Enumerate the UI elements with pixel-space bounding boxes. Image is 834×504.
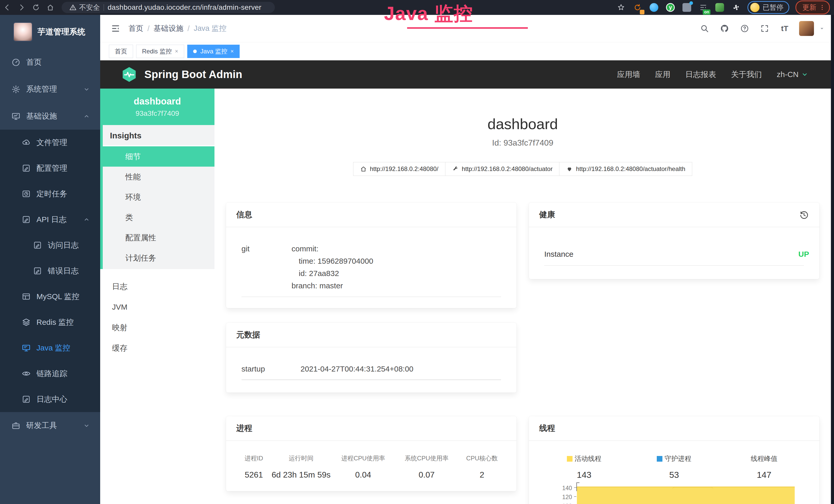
- instance-subtitle: Id: 93a3fc7f7409: [226, 138, 819, 147]
- git-id-line: id: 27aa832: [291, 267, 373, 280]
- extension-pin-icon[interactable]: [649, 2, 659, 13]
- sidebar-item-log-center[interactable]: 日志中心: [0, 386, 100, 412]
- sidebar-item-mysql-monitor[interactable]: MySQL 监控: [0, 284, 100, 310]
- address-bar[interactable]: 不安全 dashboard.yudao.iocoder.cn/infra/adm…: [62, 2, 275, 13]
- extension-y-icon[interactable]: y: [665, 2, 676, 13]
- chevron-up-icon: [83, 113, 90, 120]
- breadcrumb-infra[interactable]: 基础设施: [154, 23, 183, 33]
- sidebar-item-tracing[interactable]: 链路追踪: [0, 361, 100, 386]
- sidebar-item-file-manage[interactable]: 文件管理: [0, 130, 100, 155]
- sba-brand[interactable]: Spring Boot Admin: [144, 68, 242, 81]
- browser-update-button[interactable]: 更新: [795, 1, 830, 15]
- sba-menu-classes[interactable]: 类: [100, 207, 215, 228]
- sba-menu-mappings[interactable]: 映射: [100, 317, 215, 338]
- app-sidebar: 芋道管理系统 首页 系统管理 基础设施 文件管理 配置管理: [0, 15, 100, 504]
- sidebar-item-scheduled-jobs[interactable]: 定时任务: [0, 181, 100, 207]
- language-value: zh-CN: [777, 70, 798, 79]
- screen-icon: [22, 343, 31, 352]
- security-indicator[interactable]: 不安全: [69, 3, 100, 12]
- extension-sync-icon[interactable]: [632, 2, 643, 13]
- app-logo-image: [13, 22, 32, 41]
- sba-menu-config-props[interactable]: 配置属性: [100, 228, 215, 248]
- tab-redis-monitor[interactable]: Redis 监控 ×: [136, 45, 184, 58]
- sidebar-item-error-log[interactable]: 错误日志: [0, 258, 100, 284]
- sba-menu-jvm[interactable]: JVM: [100, 297, 215, 317]
- sba-nav-journal[interactable]: 日志报表: [685, 69, 716, 80]
- sidebar-item-system[interactable]: 系统管理: [0, 76, 100, 103]
- service-url-link[interactable]: http://192.168.0.2:48080/: [353, 162, 445, 176]
- sba-menu-scheduled-tasks[interactable]: 计划任务: [100, 248, 215, 268]
- sba-menu-metrics[interactable]: 性能: [100, 167, 215, 187]
- fullscreen-icon[interactable]: [759, 23, 770, 34]
- browser-window: 不安全 dashboard.yudao.iocoder.cn/infra/adm…: [0, 0, 834, 504]
- sba-insights-group: Insights 细节 性能 环境 类 配置属性 计划任务: [100, 125, 215, 269]
- tab-home[interactable]: 首页: [109, 45, 133, 58]
- url-text: dashboard.yudao.iocoder.cn/infra/admin-s…: [108, 3, 262, 12]
- search-icon[interactable]: [699, 23, 710, 34]
- extension-leaf-icon[interactable]: [715, 2, 725, 13]
- chevron-down-icon: [83, 422, 90, 429]
- bookmark-star-icon[interactable]: [616, 2, 626, 13]
- sba-menu-environment[interactable]: 环境: [100, 187, 215, 207]
- extensions-puzzle-icon[interactable]: [731, 2, 741, 13]
- sidebar-item-dev-tools[interactable]: 研发工具: [0, 412, 100, 439]
- sidebar-item-label: 系统管理: [26, 84, 57, 94]
- sba-menu-logfile[interactable]: 日志: [100, 276, 215, 297]
- git-time-line: time: 1596289704000: [291, 255, 373, 267]
- sidebar-item-redis-monitor[interactable]: Redis 监控: [0, 310, 100, 335]
- process-value-row: 5261 6d 23h 15m 59s 0.04 0.07 2: [236, 462, 506, 480]
- avatar-caret-icon[interactable]: [819, 26, 825, 31]
- value-peak-threads: 147: [719, 470, 809, 480]
- col-header-uptime: 运行时间: [271, 454, 331, 462]
- window-scrollbar-track[interactable]: [831, 15, 834, 504]
- sba-nav-applications[interactable]: 应用: [655, 69, 671, 80]
- edit-icon: [22, 164, 31, 173]
- extension-tabs-icon[interactable]: on: [698, 2, 708, 13]
- sba-menu-caches[interactable]: 缓存: [100, 338, 215, 359]
- tab-close-icon[interactable]: ×: [175, 48, 178, 55]
- spring-boot-admin-logo-icon: [121, 66, 138, 83]
- log-icon: [22, 215, 31, 224]
- github-icon[interactable]: [719, 23, 730, 34]
- browser-forward-button[interactable]: [14, 2, 29, 13]
- health-url-link[interactable]: http://192.168.0.2:48080/actuator/health: [559, 162, 692, 176]
- sidebar-item-api-log[interactable]: API 日志: [0, 207, 100, 232]
- font-size-icon[interactable]: tT: [779, 23, 790, 34]
- gear-icon: [11, 85, 21, 94]
- browser-back-button[interactable]: [0, 2, 14, 13]
- profile-paused-chip[interactable]: 已暂停: [747, 1, 789, 14]
- sba-language-select[interactable]: zh-CN: [777, 70, 808, 79]
- health-key: Instance: [544, 250, 573, 258]
- tab-close-icon[interactable]: ×: [231, 48, 234, 55]
- sidebar-item-label: MySQL 监控: [37, 292, 79, 302]
- info-git-row: git commit: time: 1596289704000 id: 27aa…: [241, 243, 506, 292]
- legend-label: 线程峰值: [751, 454, 777, 463]
- sidebar-fold-button[interactable]: [109, 22, 122, 35]
- help-icon[interactable]: [739, 23, 750, 34]
- history-icon[interactable]: [799, 209, 809, 220]
- sidebar-item-home[interactable]: 首页: [0, 49, 100, 76]
- breadcrumb-home[interactable]: 首页: [128, 23, 143, 33]
- sba-menu-details[interactable]: 细节: [100, 146, 215, 167]
- browser-home-button[interactable]: [43, 2, 58, 13]
- timer-icon: [22, 189, 31, 199]
- legend-label: 活动线程: [575, 454, 601, 463]
- sidebar-item-access-log[interactable]: 访问日志: [0, 232, 100, 258]
- browser-reload-button[interactable]: [29, 2, 43, 13]
- app-logo[interactable]: 芋道管理系统: [0, 15, 100, 49]
- kebab-menu-icon[interactable]: [819, 4, 826, 11]
- tab-java-monitor[interactable]: Java 监控 ×: [187, 45, 240, 58]
- sba-nav-about[interactable]: 关于我们: [731, 69, 762, 80]
- user-avatar[interactable]: [799, 21, 814, 36]
- sba-nav-wallboard[interactable]: 应用墙: [617, 69, 640, 80]
- health-card-title: 健康: [539, 209, 555, 220]
- status-badge: UP: [798, 250, 809, 258]
- actuator-url-link[interactable]: http://192.168.0.2:48080/actuator: [445, 162, 560, 176]
- sidebar-item-config-manage[interactable]: 配置管理: [0, 155, 100, 181]
- extension-grid-icon[interactable]: [682, 2, 692, 13]
- update-label: 更新: [803, 3, 816, 12]
- health-instance-row[interactable]: Instance UP: [544, 250, 809, 258]
- sidebar-item-java-monitor[interactable]: Java 监控: [0, 335, 100, 361]
- sidebar-item-infra[interactable]: 基础设施: [0, 103, 100, 130]
- sba-instance-header[interactable]: dashboard 93a3fc7f7409: [100, 89, 215, 125]
